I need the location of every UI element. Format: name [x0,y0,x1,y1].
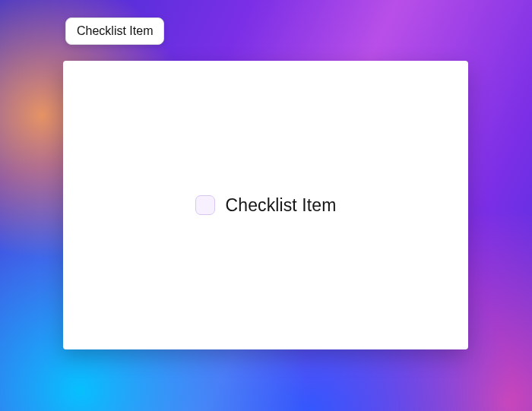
component-name-badge: Checklist Item [65,17,164,45]
checkbox-icon[interactable] [195,195,215,215]
preview-card: Checklist Item [63,61,468,349]
checklist-item-label: Checklist Item [226,195,337,216]
checklist-item[interactable]: Checklist Item [195,195,337,216]
component-name-badge-text: Checklist Item [77,24,153,37]
